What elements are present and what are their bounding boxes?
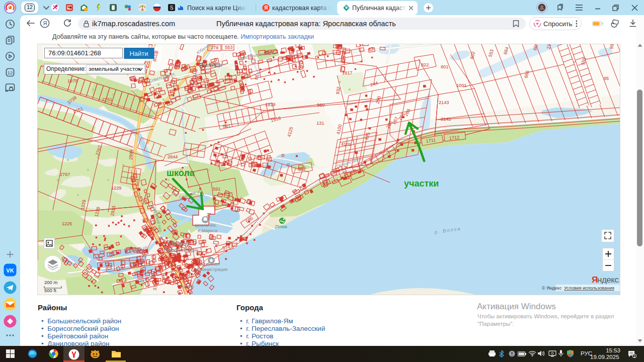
svg-text:841: 841 bbox=[223, 124, 230, 129]
svg-text:76:09:014601:268: 76:09:014601:268 bbox=[48, 49, 101, 57]
svg-text:Ясенищи: Ясенищи bbox=[199, 62, 222, 68]
svg-text:1917: 1917 bbox=[342, 70, 352, 75]
svg-text:Найти: Найти bbox=[129, 50, 148, 57]
svg-text:66: 66 bbox=[254, 74, 260, 80]
svg-text:Пляж: Пляж bbox=[275, 224, 288, 229]
svg-text:1001: 1001 bbox=[456, 83, 466, 88]
svg-text:S: S bbox=[170, 5, 174, 11]
svg-text:Профинтерн: Профинтерн bbox=[164, 247, 198, 253]
svg-text:591: 591 bbox=[213, 187, 220, 192]
svg-text:1225: 1225 bbox=[62, 221, 72, 226]
svg-text:553: 553 bbox=[225, 45, 232, 50]
svg-text:администрация: администрация bbox=[195, 267, 227, 272]
svg-text:801: 801 bbox=[441, 64, 448, 69]
svg-text:Сорока: Сорока bbox=[180, 284, 194, 289]
svg-text:12: 12 bbox=[8, 70, 13, 75]
svg-text:Условия использования: Условия использования bbox=[564, 286, 614, 291]
svg-text:Красный: Красный bbox=[167, 240, 190, 246]
svg-text:1: 1 bbox=[633, 354, 635, 358]
svg-text:ндекс: ндекс bbox=[597, 275, 619, 285]
svg-text:2844: 2844 bbox=[168, 154, 178, 159]
svg-text:1712: 1712 bbox=[449, 135, 459, 141]
svg-text:1919: 1919 bbox=[265, 102, 275, 107]
svg-text:© Яндекс: © Яндекс bbox=[542, 286, 562, 291]
svg-text:2767: 2767 bbox=[60, 172, 70, 177]
svg-text:131: 131 bbox=[316, 121, 324, 126]
svg-text:Школа им.: Школа им. bbox=[195, 223, 217, 228]
svg-text:200 m: 200 m bbox=[44, 280, 57, 285]
svg-text:Я: Я bbox=[264, 5, 268, 11]
svg-text:К.Маркса: К.Маркса bbox=[198, 228, 217, 233]
svg-text:500 ft: 500 ft bbox=[44, 288, 56, 293]
svg-text:1229: 1229 bbox=[111, 186, 121, 191]
svg-text:2143: 2143 bbox=[439, 100, 449, 105]
svg-text:2761: 2761 bbox=[102, 97, 112, 102]
svg-text:Я: Я bbox=[43, 20, 47, 26]
svg-text:участки: участки bbox=[404, 178, 439, 189]
svg-text:школа: школа bbox=[167, 168, 195, 178]
svg-text:VK: VK bbox=[6, 267, 14, 274]
svg-text:278: 278 bbox=[211, 45, 218, 50]
svg-text:4101: 4101 bbox=[341, 142, 351, 147]
svg-text:2999: 2999 bbox=[128, 149, 134, 160]
svg-text:1975: 1975 bbox=[67, 78, 77, 83]
svg-text:85: 85 bbox=[604, 76, 609, 81]
svg-text:земельный участок: земельный участок bbox=[89, 65, 141, 72]
svg-text:960: 960 bbox=[317, 103, 325, 108]
svg-text:2145: 2145 bbox=[441, 117, 451, 122]
svg-text:Определение:: Определение: bbox=[46, 65, 86, 72]
svg-text:932: 932 bbox=[335, 86, 341, 95]
svg-text:822: 822 bbox=[421, 62, 429, 67]
